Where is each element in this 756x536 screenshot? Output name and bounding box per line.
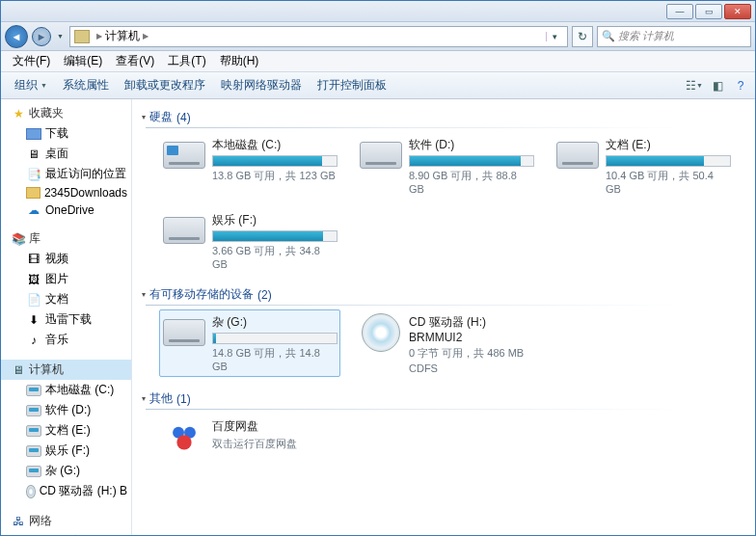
- usage-bar: [212, 155, 338, 167]
- back-button[interactable]: ◄: [5, 25, 28, 48]
- menu-view[interactable]: 查看(V): [110, 51, 160, 71]
- chevron-down-icon: ▾: [142, 290, 146, 299]
- sidebar-item-drive-e[interactable]: 文档 (E:): [1, 420, 131, 441]
- close-button[interactable]: ✕: [724, 4, 751, 19]
- command-bar: 组织▼ 系统属性 卸载或更改程序 映射网络驱动器 打开控制面板 ☷ ▼ ◧ ?: [1, 72, 755, 99]
- cd-drive-tile[interactable]: CD 驱动器 (H:) BRMMUI20 字节 可用，共 486 MBCDFS: [356, 309, 537, 377]
- sidebar-item-pictures[interactable]: 🖼图片: [1, 269, 131, 289]
- menu-bar: 文件(F) 编辑(E) 查看(V) 工具(T) 帮助(H): [1, 51, 755, 72]
- sidebar-computer[interactable]: 🖥 计算机: [1, 360, 131, 380]
- sidebar-item-onedrive[interactable]: ☁OneDrive: [1, 201, 131, 219]
- navigation-pane: ★ 收藏夹 下载 🖥桌面 📑最近访问的位置 2345Downloads ☁One…: [1, 99, 132, 535]
- view-mode-button[interactable]: ☷ ▼: [686, 78, 703, 94]
- pc-icon: 🖥: [26, 535, 40, 536]
- app-sub: 双击运行百度网盘: [212, 437, 338, 451]
- sidebar-item-recent[interactable]: 📑最近访问的位置: [1, 164, 131, 184]
- preview-pane-button[interactable]: ◧: [709, 78, 726, 94]
- library-icon: 📚: [11, 232, 26, 246]
- cd-icon: [26, 485, 36, 498]
- menu-help[interactable]: 帮助(H): [214, 51, 265, 71]
- history-dropdown[interactable]: ▼: [55, 33, 66, 40]
- open-control-panel[interactable]: 打开控制面板: [310, 74, 394, 96]
- onedrive-icon: ☁: [26, 203, 41, 217]
- sidebar-item-documents[interactable]: 📄文档: [1, 289, 131, 309]
- menu-file[interactable]: 文件(F): [7, 51, 56, 71]
- drive-tile[interactable]: 软件 (D:)8.90 GB 可用，共 88.8 GB: [356, 132, 537, 198]
- baidu-netdisk-tile[interactable]: 百度网盘双击运行百度网盘: [159, 414, 340, 460]
- sidebar-item-music[interactable]: ♪音乐: [1, 330, 131, 350]
- address-bar[interactable]: ▶ 计算机 ▶ ▾: [69, 26, 568, 47]
- usage-bar: [409, 155, 534, 167]
- drive-name: 软件 (D:): [409, 137, 534, 153]
- sidebar-item-drive-f[interactable]: 娱乐 (F:): [1, 441, 131, 461]
- sidebar-item-2345[interactable]: 2345Downloads: [1, 184, 131, 201]
- music-icon: ♪: [26, 334, 41, 347]
- star-icon: ★: [11, 107, 26, 121]
- drive-tile-selected[interactable]: 杂 (G:)14.8 GB 可用，共 14.8 GB: [159, 309, 340, 377]
- drive-icon: [26, 405, 41, 416]
- maximize-button[interactable]: ▭: [695, 4, 722, 19]
- folder-icon: [26, 128, 41, 140]
- menu-tools[interactable]: 工具(T): [162, 51, 211, 71]
- drive-name: 本地磁盘 (C:): [212, 137, 338, 153]
- baidu-icon: [162, 416, 206, 457]
- navigation-bar: ◄ ► ▼ ▶ 计算机 ▶ ▾ ↻ 🔍 搜索 计算机: [1, 22, 755, 51]
- drive-icon: [26, 466, 41, 477]
- drive-fs: CDFS: [409, 362, 534, 374]
- chevron-down-icon: ▾: [142, 394, 146, 403]
- document-icon: 📄: [26, 293, 41, 307]
- organize-menu[interactable]: 组织▼: [7, 74, 55, 96]
- sidebar-network[interactable]: 🖧 网络: [1, 511, 131, 531]
- app-name: 百度网盘: [212, 418, 338, 435]
- forward-button[interactable]: ►: [32, 27, 51, 46]
- sidebar-item-videos[interactable]: 🎞视频: [1, 249, 131, 269]
- computer-icon: 🖥: [11, 363, 26, 377]
- chevron-down-icon: ▾: [142, 113, 146, 121]
- help-button[interactable]: ?: [732, 78, 749, 94]
- usage-bar: [212, 230, 338, 242]
- picture-icon: 🖼: [26, 273, 41, 286]
- drive-tile[interactable]: 娱乐 (F:)3.66 GB 可用，共 34.8 GB: [159, 207, 340, 273]
- drive-tile[interactable]: 文档 (E:)10.4 GB 可用，共 50.4 GB: [553, 132, 734, 198]
- usage-bar: [606, 155, 731, 167]
- drive-name: 娱乐 (F:): [212, 212, 338, 228]
- system-properties[interactable]: 系统属性: [55, 74, 117, 96]
- sidebar-item-drive-h[interactable]: CD 驱动器 (H:) B: [1, 481, 131, 501]
- drive-icon: [26, 445, 41, 457]
- drive-sub: 8.90 GB 可用，共 88.8 GB: [409, 169, 534, 195]
- sidebar-libraries[interactable]: 📚 库: [1, 228, 131, 249]
- sidebar-item-drive-c[interactable]: 本地磁盘 (C:): [1, 380, 131, 400]
- drive-name: CD 驱动器 (H:) BRMMUI2: [409, 314, 534, 344]
- section-other[interactable]: ▾ 其他 (1): [142, 387, 745, 409]
- usage-bar: [212, 333, 338, 344]
- drive-sub: 13.8 GB 可用，共 123 GB: [212, 169, 338, 183]
- search-box[interactable]: 🔍 搜索 计算机: [597, 26, 751, 47]
- sidebar-item-net1[interactable]: 🖥2017之打印机W: [1, 531, 131, 535]
- section-removable[interactable]: ▾ 有可移动存储的设备 (2): [142, 282, 745, 305]
- search-icon: 🔍: [602, 30, 615, 42]
- drive-tile[interactable]: 本地磁盘 (C:)13.8 GB 可用，共 123 GB: [159, 132, 340, 198]
- sidebar-favorites[interactable]: ★ 收藏夹: [1, 103, 131, 123]
- refresh-button[interactable]: ↻: [572, 26, 593, 47]
- section-hdd[interactable]: ▾ 硬盘 (4): [142, 105, 745, 127]
- sidebar-item-drive-d[interactable]: 软件 (D:): [1, 400, 131, 420]
- uninstall-programs[interactable]: 卸载或更改程序: [117, 74, 213, 96]
- breadcrumb-location[interactable]: 计算机: [105, 28, 140, 44]
- breadcrumb-sep: ▶: [94, 32, 105, 40]
- drive-icon: [26, 425, 41, 437]
- breadcrumb-sep: ▶: [140, 32, 151, 40]
- content-pane: ▾ 硬盘 (4) 本地磁盘 (C:)13.8 GB 可用，共 123 GB软件 …: [132, 99, 755, 535]
- address-dropdown[interactable]: ▾: [546, 32, 563, 41]
- minimize-button[interactable]: —: [666, 4, 693, 19]
- map-network-drive[interactable]: 映射网络驱动器: [213, 74, 310, 96]
- sidebar-item-xunlei[interactable]: ⬇迅雷下载: [1, 309, 131, 330]
- svg-point-2: [176, 435, 191, 449]
- menu-edit[interactable]: 编辑(E): [58, 51, 108, 71]
- window-titlebar: — ▭ ✕: [1, 1, 755, 22]
- sidebar-item-drive-g[interactable]: 杂 (G:): [1, 461, 131, 481]
- sidebar-item-downloads[interactable]: 下载: [1, 123, 131, 144]
- download-icon: ⬇: [26, 313, 41, 327]
- search-placeholder: 搜索 计算机: [618, 29, 674, 43]
- drive-sub: 0 字节 可用，共 486 MB: [409, 346, 534, 361]
- sidebar-item-desktop[interactable]: 🖥桌面: [1, 144, 131, 164]
